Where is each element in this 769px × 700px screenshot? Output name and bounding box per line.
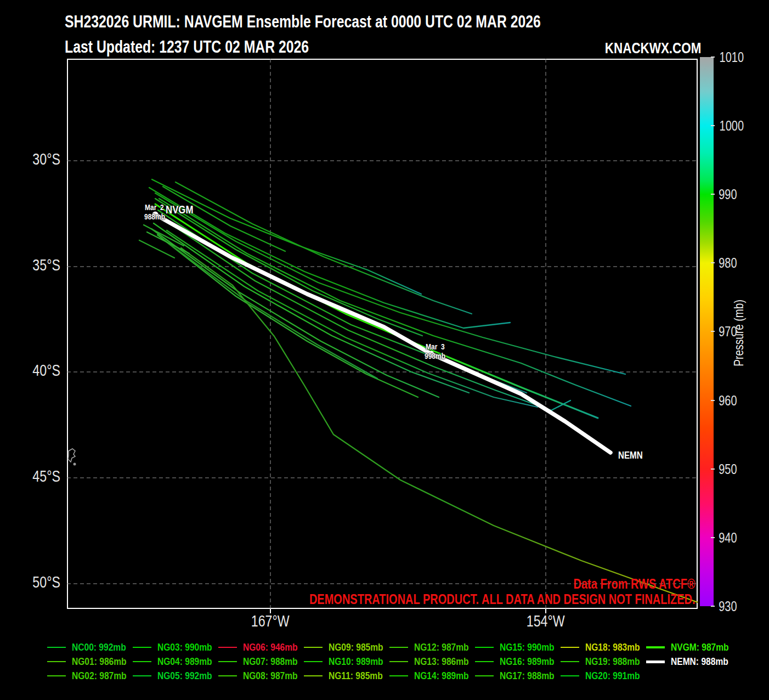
colorbar-tick-mark	[711, 468, 715, 470]
legend-item-label: NG17: 988mb	[500, 670, 555, 682]
ensemble-track	[154, 223, 469, 393]
legend-item-label: NG18: 983mb	[585, 641, 640, 653]
colorbar-tick-mark	[711, 262, 715, 263]
colorbar-tick-mark	[711, 537, 715, 538]
legend-item-ng16: NG16: 989mb	[475, 654, 561, 669]
legend-line-sample	[218, 661, 237, 662]
ensemble-track	[167, 230, 538, 407]
legend-item-label: NG03: 990mb	[157, 641, 212, 653]
colorbar-tick-label: 990	[716, 187, 739, 202]
legend-item-ng08: NG08: 987mb	[218, 669, 304, 683]
legend-item-label: NG19: 988mb	[585, 656, 640, 668]
legend-item-label: NG01: 986mb	[72, 656, 127, 668]
legend-item-label: NG06: 946mb	[243, 641, 298, 653]
legend-item-ng18: NG18: 983mb	[561, 640, 646, 654]
legend-line-sample	[389, 661, 408, 662]
x-axis-tick-label: 154°W	[507, 612, 584, 630]
legend-item-ng17: NG17: 988mb	[475, 669, 561, 683]
legend-item-ng20: NG20: 991mb	[561, 669, 646, 683]
legend-item-label: NG05: 992mb	[157, 670, 212, 682]
colorbar-tick-label: 960	[716, 393, 739, 409]
track-mid-pressure-label: 998mb	[420, 342, 451, 360]
colorbar-tick-label: 930	[716, 599, 739, 614]
legend-line-sample	[218, 675, 237, 676]
legend-line-sample	[561, 647, 579, 648]
legend-line-sample	[389, 647, 408, 648]
legend-line-sample	[561, 675, 579, 676]
legend-item-ng11: NG11: 985mb	[304, 669, 389, 683]
legend-item-ng04: NG04: 989mb	[133, 654, 218, 669]
legend-line-sample	[475, 675, 494, 676]
y-axis-tick-label: 40°S	[13, 362, 64, 380]
legend-item-ng06: NG06: 946mb	[218, 640, 304, 654]
legend-item-label: NEMN: 988mb	[671, 656, 728, 668]
legend-line-sample	[646, 646, 665, 648]
legend-item-label: NG07: 988mb	[243, 656, 298, 668]
y-axis-tick-label: 30°S	[13, 150, 64, 168]
colorbar-tick-label: 940	[716, 530, 739, 546]
legend-line-sample	[304, 675, 323, 676]
map-layers	[67, 59, 698, 609]
legend-item-ng02: NG02: 987mb	[47, 669, 133, 683]
legend-item-label: NG14: 989mb	[414, 670, 469, 682]
legend-item-label: NVGM: 987mb	[671, 641, 729, 653]
legend-item-ng03: NG03: 990mb	[133, 640, 218, 654]
legend-item-ng05: NG05: 992mb	[133, 669, 218, 683]
legend-item-ng09: NG09: 985mb	[304, 640, 389, 654]
legend-item-nemn: NEMN: 988mb	[646, 654, 732, 669]
track-start-pressure-label: 988mb	[140, 202, 171, 221]
legend-item-label: NG08: 987mb	[243, 670, 298, 682]
legend-item-label: NG15: 990mb	[500, 641, 555, 653]
legend-item-nvgm: NVGM: 987mb	[646, 640, 732, 654]
legend-line-sample	[47, 661, 66, 662]
legend-line-sample	[133, 661, 151, 662]
legend-item-ng01: NG01: 986mb	[47, 654, 133, 669]
legend-line-sample	[47, 647, 66, 648]
legend-line-sample	[133, 675, 151, 676]
legend-item-label: NG20: 991mb	[585, 670, 640, 682]
colorbar-tick-label: 1010	[716, 49, 747, 65]
colorbar-tick-mark	[711, 606, 715, 607]
legend-item-label: NG13: 986mb	[414, 656, 469, 668]
colorbar-tick-mark	[711, 125, 715, 126]
y-axis-tick-label: 45°S	[13, 467, 64, 486]
colorbar-tick-label: 1000	[716, 118, 747, 134]
ensemble-legend: NC00: 992mbNG01: 986mbNG02: 987mbNG03: 9…	[47, 640, 732, 683]
y-axis-tick-label: 50°S	[13, 573, 64, 591]
colorbar-tick-mark	[711, 194, 715, 195]
legend-line-sample	[389, 675, 408, 676]
legend-item-ng19: NG19: 988mb	[561, 654, 646, 669]
legend-line-sample	[475, 647, 494, 648]
legend-item-ng10: NG10: 989mb	[304, 654, 389, 669]
nemn-track-label: NEMN	[612, 437, 649, 461]
x-axis-tick-label: 167°W	[232, 612, 309, 630]
y-axis-tick-label: 35°S	[13, 256, 64, 274]
legend-item-label: NG11: 985mb	[329, 670, 383, 682]
legend-item-ng13: NG13: 986mb	[389, 654, 475, 669]
mean-track-nemn	[155, 214, 610, 453]
legend-line-sample	[304, 647, 323, 648]
legend-line-sample	[47, 675, 66, 676]
coastline-islet	[73, 463, 76, 466]
colorbar-tick-mark	[711, 57, 715, 58]
legend-line-sample	[561, 661, 579, 662]
colorbar-tick-mark	[711, 400, 715, 401]
legend-item-label: NG02: 987mb	[72, 670, 127, 682]
legend-item-label: NG16: 989mb	[500, 656, 555, 668]
legend-item-label: NC00: 992mb	[72, 641, 126, 653]
legend-item-label: NG04: 989mb	[157, 656, 212, 668]
legend-line-sample	[133, 647, 151, 648]
colorbar-tick-label: 980	[716, 255, 739, 271]
legend-item-ng12: NG12: 987mb	[389, 640, 475, 654]
legend-item-ng15: NG15: 990mb	[475, 640, 561, 654]
legend-item-label: NG12: 987mb	[414, 641, 469, 653]
disclaimer-notice: DEMONSTRATIONAL PRODUCT. ALL DATA AND DE…	[213, 591, 696, 607]
ensemble-track	[176, 182, 472, 314]
coastline-island	[68, 449, 75, 462]
ensemble-track	[147, 232, 189, 253]
legend-item-nc00: NC00: 992mb	[47, 640, 133, 654]
legend-line-sample	[304, 661, 323, 662]
ensemble-track	[159, 199, 631, 406]
legend-item-ng07: NG07: 988mb	[218, 654, 304, 669]
legend-item-label: NG09: 985mb	[329, 641, 383, 653]
